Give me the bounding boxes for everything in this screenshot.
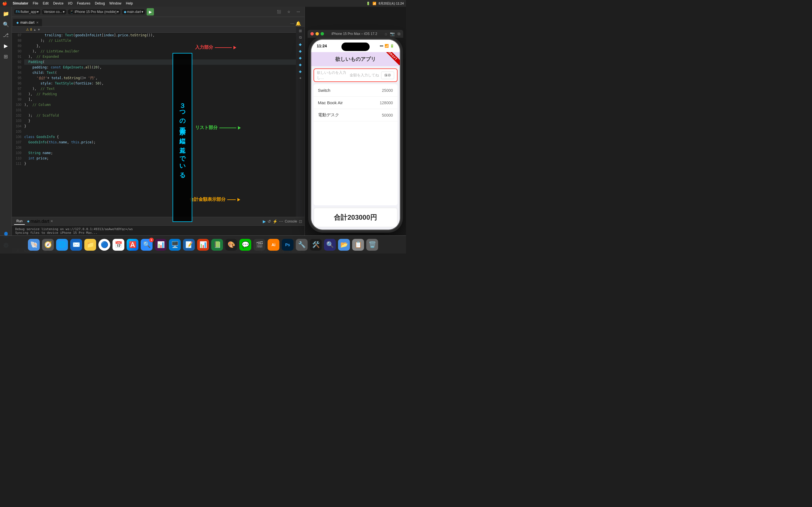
code-line-88: 88 ); // ListTile: [12, 38, 296, 43]
dock-calendar[interactable]: 📅: [112, 239, 124, 251]
menu-battery: 🔋: [366, 2, 370, 5]
star-icon[interactable]: ✦: [297, 75, 303, 81]
project-selector[interactable]: FA flutter_app ▾: [14, 9, 40, 14]
activity-git[interactable]: ⎇: [1, 31, 11, 40]
tab-more-icon[interactable]: ⋯: [290, 21, 294, 26]
phone-save-button[interactable]: 保存: [381, 71, 394, 79]
menu-help[interactable]: Help: [126, 1, 133, 5]
console-tabs: Run ◆ main.dart ✕ ▶ ↺ ⚡ ⋯ Console ⊡: [12, 217, 305, 226]
copy-icon[interactable]: ⧉: [297, 34, 303, 41]
flutter-icon-2[interactable]: ◆: [297, 48, 303, 54]
dock-clip[interactable]: 🎬: [253, 239, 265, 251]
dock-trash[interactable]: 🗑️: [366, 239, 378, 251]
dock-safari[interactable]: 🌐: [56, 239, 68, 251]
activity-search[interactable]: 🔍: [1, 20, 11, 29]
menu-io[interactable]: I/O: [68, 1, 72, 5]
dock-word[interactable]: 📝: [183, 239, 195, 251]
dock-excel[interactable]: 📗: [211, 239, 223, 251]
phone-wifi-icon: 📶: [385, 44, 389, 48]
menu-file[interactable]: File: [33, 1, 38, 5]
dock-instruments[interactable]: 🛠️: [310, 239, 322, 251]
dock-finder[interactable]: 🐚: [28, 239, 40, 251]
phone-dots-icon: •••: [380, 44, 384, 48]
dock-ps[interactable]: Ps: [282, 239, 294, 251]
list-item-macbook[interactable]: Mac Book Air 128000: [313, 97, 398, 109]
dock-simulator[interactable]: 🔧: [296, 239, 308, 251]
flutter-icon-3[interactable]: ◆: [297, 55, 303, 61]
sim-copy-icon[interactable]: ⧉: [398, 32, 400, 36]
file-tabs: ◆ main.dart ✕ ⋯ 🔔: [12, 17, 305, 26]
console-close-icon[interactable]: ✕: [50, 219, 53, 223]
code-line-101: 101: [12, 108, 296, 113]
list-item-desk[interactable]: 電動デスク 50000: [313, 109, 398, 121]
dock-vscode[interactable]: 🖥️: [169, 239, 181, 251]
dock-notes2[interactable]: 📋: [352, 239, 364, 251]
chevron-down-icon-4: ▾: [142, 10, 143, 14]
dock-finder2[interactable]: 📂: [338, 239, 350, 251]
flutter-icon-5[interactable]: ◆: [297, 68, 303, 74]
phone-wish-input[interactable]: 欲しいものを入力し…: [317, 70, 347, 80]
run-button[interactable]: ▶: [147, 8, 154, 15]
console-tab-run[interactable]: Run: [14, 218, 25, 225]
tab-main-dart[interactable]: ◆ main.dart ✕: [13, 19, 42, 26]
code-lines[interactable]: 87 trailing: Text(goodsInfoList[index].p…: [12, 33, 296, 166]
dock-mail[interactable]: ✉️: [70, 239, 82, 251]
traffic-light-minimize[interactable]: [315, 32, 319, 36]
traffic-light-maximize[interactable]: [320, 32, 324, 36]
list-item-switch[interactable]: Switch 25000: [313, 84, 398, 97]
console-split-icon[interactable]: ⊡: [299, 219, 302, 224]
dock-notes[interactable]: 📁: [84, 239, 96, 251]
apple-menu[interactable]: 🍎: [2, 1, 7, 6]
dock-appstore[interactable]: 🅰️: [126, 239, 139, 251]
minimap-icon[interactable]: ⊞: [297, 27, 303, 34]
warning-chevron-down[interactable]: ▼: [38, 28, 41, 31]
console-more-icon[interactable]: ⋯: [279, 219, 283, 224]
console-run-icon[interactable]: ▶: [263, 219, 266, 224]
code-line-87: 87 trailing: Text(goodsInfoList[index].p…: [12, 33, 296, 38]
console-lightning-icon[interactable]: ⚡: [273, 219, 277, 224]
app-menu-simulator[interactable]: Simulator: [13, 1, 28, 5]
menu-device[interactable]: Device: [53, 1, 63, 5]
console-tab-file[interactable]: ◆ main.dart ✕: [27, 219, 53, 224]
sim-home-icon[interactable]: ⌂: [385, 32, 387, 36]
console-label: Console: [285, 219, 297, 223]
device-selector[interactable]: 📱 iPhone 15 Pro Max (mobile) ▾: [68, 9, 120, 14]
dock-powerpoint[interactable]: 📊: [197, 239, 209, 251]
warning-icon: ⚠: [26, 27, 29, 32]
console-reload-icon[interactable]: ↺: [267, 219, 271, 224]
dock-ai[interactable]: Ai: [267, 239, 280, 251]
dock-line[interactable]: 💬: [239, 239, 251, 251]
close-tab-icon[interactable]: ✕: [36, 21, 39, 24]
dock-slack[interactable]: 📊: [155, 239, 167, 251]
stop-button[interactable]: ⬛: [274, 9, 283, 15]
menu-debug[interactable]: Debug: [95, 1, 105, 5]
phone-input-area[interactable]: 欲しいものを入力し… 金額を入力してね 保存: [313, 68, 398, 82]
code-line-95: 95 '合計'+ total.toString()+ '円',: [12, 75, 296, 81]
item-price-desk: 50000: [382, 113, 393, 117]
dynamic-island: [342, 43, 370, 51]
flutter-icon-4[interactable]: ◆: [297, 61, 303, 68]
menu-window[interactable]: Window: [109, 1, 121, 5]
code-area[interactable]: ⚠ 8 ▲ ▼ 87 trailing: Text(goodsInfoList[…: [12, 26, 296, 217]
traffic-light-close[interactable]: [310, 32, 314, 36]
sim-camera-icon[interactable]: 📷: [390, 32, 395, 36]
file-selector[interactable]: ◆ main.dart ▾: [122, 9, 145, 14]
warning-chevron-up[interactable]: ▲: [33, 28, 36, 31]
code-line-104: 104 }: [12, 124, 296, 129]
menu-edit[interactable]: Edit: [43, 1, 49, 5]
more-button[interactable]: ⋯: [294, 9, 302, 15]
flutter-icon-1[interactable]: ◆: [297, 41, 303, 47]
dock-proxyman[interactable]: 🔍: [324, 239, 336, 251]
dock-figma[interactable]: 🎨: [225, 239, 237, 251]
activity-run[interactable]: ▶: [1, 41, 11, 51]
bookmark-button[interactable]: ☆: [285, 9, 293, 15]
version-selector[interactable]: Version co... ▾: [42, 9, 66, 14]
activity-extensions[interactable]: ⊞: [1, 52, 11, 61]
dock-zoom[interactable]: 🔍 1: [141, 239, 153, 251]
dock-launchpad[interactable]: 🧭: [42, 239, 54, 251]
phone-price-placeholder[interactable]: 金額を入力してね: [350, 73, 379, 78]
notification-icon[interactable]: 🔔: [296, 21, 301, 26]
menu-features[interactable]: Features: [77, 1, 90, 5]
activity-explorer[interactable]: 📁: [1, 9, 11, 18]
dock-chrome[interactable]: 🔵: [98, 239, 110, 251]
